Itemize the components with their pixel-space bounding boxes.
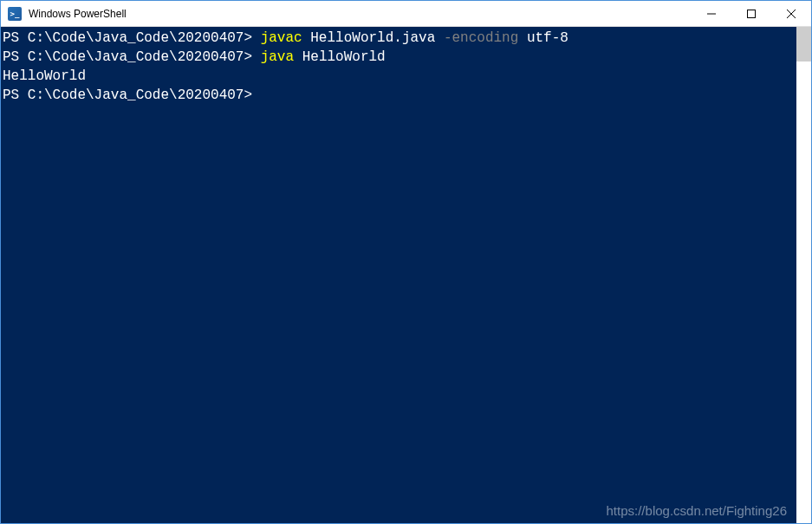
- terminal-line: PS C:\Code\Java_Code\20200407>: [3, 86, 796, 105]
- prompt-text: PS C:\Code\Java_Code\20200407>: [3, 30, 261, 46]
- prompt-text: PS C:\Code\Java_Code\20200407>: [3, 87, 261, 103]
- titlebar: >_ Windows PowerShell: [1, 1, 811, 27]
- powershell-icon: >_: [8, 7, 22, 21]
- terminal-line: HelloWorld: [3, 67, 796, 86]
- scrollbar[interactable]: [796, 27, 811, 523]
- terminal-line: PS C:\Code\Java_Code\20200407> java Hell…: [3, 48, 796, 67]
- terminal-line: PS C:\Code\Java_Code\20200407> javac Hel…: [3, 29, 796, 48]
- terminal-output[interactable]: PS C:\Code\Java_Code\20200407> javac Hel…: [1, 27, 796, 523]
- output-text: HelloWorld: [3, 68, 86, 84]
- powershell-window: >_ Windows PowerShell PS C:\Code\Java_Co…: [0, 0, 812, 524]
- command-segment: java: [261, 49, 302, 65]
- command-segment: HelloWorld.java: [310, 30, 444, 46]
- prompt-text: PS C:\Code\Java_Code\20200407>: [3, 49, 261, 65]
- terminal-container: PS C:\Code\Java_Code\20200407> javac Hel…: [1, 27, 811, 523]
- titlebar-left: >_ Windows PowerShell: [1, 7, 127, 21]
- close-button[interactable]: [771, 1, 811, 27]
- command-segment: HelloWorld: [302, 49, 386, 65]
- command-segment: utf-8: [527, 30, 568, 46]
- minimize-button[interactable]: [692, 1, 731, 27]
- command-segment: -encoding: [444, 30, 527, 46]
- maximize-icon: [747, 10, 756, 18]
- close-icon: [787, 10, 796, 18]
- minimize-icon: [707, 10, 716, 18]
- maximize-button[interactable]: [731, 1, 771, 27]
- window-title: Windows PowerShell: [29, 8, 127, 20]
- svg-rect-1: [748, 10, 756, 17]
- command-segment: javac: [261, 30, 311, 46]
- window-controls: [692, 1, 811, 27]
- scrollbar-thumb[interactable]: [796, 27, 811, 61]
